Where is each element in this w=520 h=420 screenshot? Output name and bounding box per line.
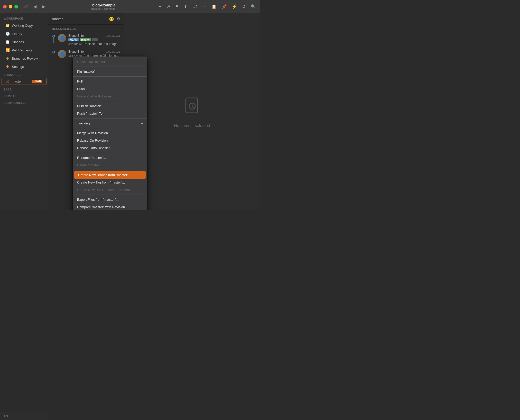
menu-divider-1 <box>73 67 147 67</box>
branches-review-label: Branches Review <box>12 57 38 60</box>
tags-label: Tags <box>0 85 48 92</box>
maximize-button[interactable] <box>14 5 18 8</box>
menu-item-pull[interactable]: Pull... <box>73 78 147 85</box>
traffic-lights <box>3 5 18 8</box>
review-icon: ⚙ <box>5 56 10 61</box>
sidebar-item-branches-review[interactable]: ⚙ Branches Review <box>2 54 47 62</box>
menu-item-force-push[interactable]: Force Push with Lease... <box>73 93 147 100</box>
search-icon[interactable]: 🔍 <box>250 3 257 10</box>
tracking-arrow: ▶ <box>141 122 143 125</box>
menu-item-create-branch[interactable]: Create New Branch from "master"... <box>74 171 146 179</box>
sidebar-item-history[interactable]: 🕐 History <box>2 30 47 38</box>
share-icon[interactable]: ↗ <box>166 3 171 10</box>
menu-divider-2 <box>73 76 147 77</box>
stash-icon: 📋 <box>5 40 10 44</box>
content-area: master 😊 ⚙ DECEMBER 2021 👤 Brun <box>48 13 260 210</box>
settings-icon: ⚙ <box>5 64 10 69</box>
close-button[interactable] <box>3 5 7 8</box>
working-copy-label: Working Copy <box>12 24 33 28</box>
menu-divider-6 <box>73 153 147 153</box>
sidebar-item-pull-requests[interactable]: 🔀 Pull Requests <box>2 46 47 54</box>
branch-name: master <box>12 79 22 83</box>
menu-item-rename[interactable]: Rename "master"... <box>73 154 147 161</box>
diff-icon[interactable]: ⚡ <box>231 3 238 10</box>
refresh-icon[interactable]: ↺ <box>241 3 247 10</box>
menu-item-merge[interactable]: Merge With Revision... <box>73 129 147 137</box>
titlebar-nav-icons: ⎇ ◀ ▶ <box>22 3 46 10</box>
branch-icon: ⎇ <box>6 79 10 83</box>
menu-item-create-pr[interactable]: Create New Pull Request from "master"... <box>73 186 147 194</box>
repo-subtitle: master (2 Commits) <box>91 7 116 10</box>
minimize-button[interactable] <box>9 5 12 8</box>
stash-icon[interactable]: 📋 <box>210 3 218 10</box>
menu-item-compare[interactable]: Compare "master" with Revision... <box>73 203 147 210</box>
menu-divider-3 <box>73 101 147 101</box>
clipboard-icon[interactable]: 📌 <box>221 3 228 10</box>
menu-divider-4 <box>73 118 147 118</box>
sidebar-item-settings[interactable]: ⚙ Settings <box>2 63 47 70</box>
clock-icon: 🕐 <box>5 31 10 36</box>
flag-icon[interactable]: ⚑ <box>174 3 180 10</box>
repo-title: blog-example <box>92 3 115 7</box>
branches-label: Branches <box>0 71 48 77</box>
folder-icon[interactable]: ⎇ <box>22 3 29 10</box>
head-badge: HEAD <box>32 80 42 83</box>
menu-item-create-tag[interactable]: Create New Tag from "master"... <box>73 179 147 186</box>
titlebar-right-icons: ✦ ↗ ⚑ ⬆ ⎇ ⋮ 📋 📌 ⚡ ↺ 🔍 <box>157 3 257 10</box>
menu-item-checkout[interactable]: Check Out "master" <box>73 58 147 66</box>
stashes-label: Stashes <box>12 40 24 44</box>
menu-divider-8 <box>73 195 147 195</box>
back-button[interactable]: ◀ <box>32 3 38 10</box>
titlebar: ⎇ ◀ ▶ blog-example master (2 Commits) ✦ … <box>0 0 260 13</box>
remotes-label: Remotes <box>0 92 48 99</box>
menu-item-delete[interactable]: Delete "master"... <box>73 161 147 169</box>
more-icon[interactable]: ⋮ <box>201 3 207 10</box>
pull-requests-label: Pull Requests <box>12 48 32 52</box>
menu-divider-7 <box>73 170 147 170</box>
menu-item-push-to[interactable]: Push "master" To... <box>73 110 147 117</box>
star-icon[interactable]: ✦ <box>157 3 163 10</box>
history-label: History <box>12 32 22 36</box>
context-menu: Check Out "master" Pin "master" Pull... … <box>73 57 147 210</box>
sidebar: Workspace 📁 Working Copy 🕐 History 📋 Sta… <box>0 13 48 210</box>
menu-item-tracking[interactable]: Tracking ▶ <box>73 120 147 127</box>
sidebar-item-stashes[interactable]: 📋 Stashes <box>2 38 47 46</box>
menu-item-publish[interactable]: Publish "master"... <box>73 102 147 110</box>
main-layout: Workspace 📁 Working Copy 🕐 History 📋 Sta… <box>0 13 260 210</box>
sidebar-branch-master[interactable]: ⎇ master HEAD <box>2 78 47 85</box>
merge-icon[interactable]: ⬆ <box>183 3 188 10</box>
menu-item-rebase-on[interactable]: Rebase On Revision... <box>73 137 147 144</box>
sidebar-item-working-copy[interactable]: 📁 Working Copy <box>2 22 47 29</box>
menu-divider-5 <box>73 128 147 128</box>
forward-button[interactable]: ▶ <box>41 3 46 10</box>
pr-icon: 🔀 <box>5 48 10 52</box>
menu-item-pin[interactable]: Pin "master" <box>73 68 147 75</box>
settings-label: Settings <box>12 65 24 69</box>
submodules-label: Submodule... <box>0 99 48 105</box>
titlebar-center: blog-example master (2 Commits) <box>50 3 157 10</box>
menu-item-rebase-onto[interactable]: Rebase Onto Revision... <box>73 144 147 152</box>
workspace-label: Workspace <box>0 13 48 21</box>
menu-item-push[interactable]: Push... <box>73 85 147 93</box>
menu-item-export[interactable]: Export Files from "master"... <box>73 196 147 203</box>
branch-icon[interactable]: ⎇ <box>191 3 198 10</box>
folder-icon: 📁 <box>5 23 10 28</box>
